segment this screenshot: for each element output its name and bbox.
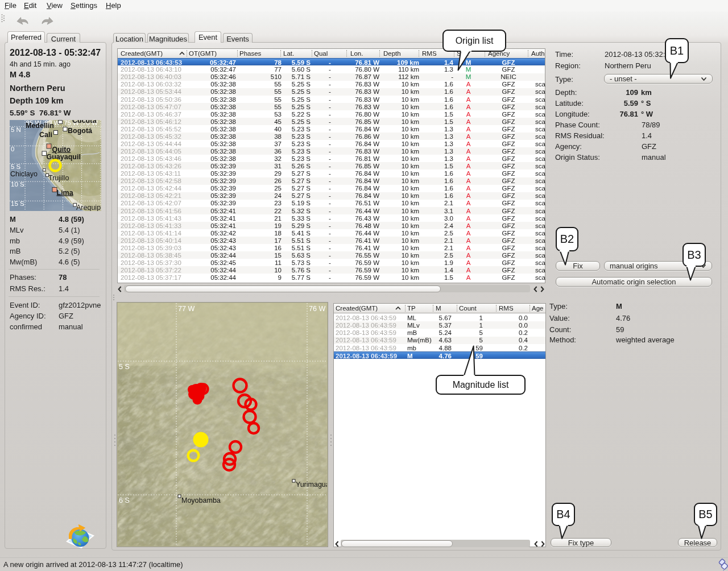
svg-text:5 S: 5 S [119, 363, 130, 371]
svg-text:0: 0 [11, 146, 14, 152]
svg-text:5 N: 5 N [11, 126, 21, 133]
svg-text:Chiclayo: Chiclayo [10, 170, 38, 178]
svg-text:10 S: 10 S [11, 181, 24, 188]
svg-text:15 S: 15 S [11, 200, 24, 207]
svg-text:Quito: Quito [52, 146, 71, 154]
svg-text:Guayaquil: Guayaquil [47, 153, 81, 161]
svg-text:Moyobamba: Moyobamba [181, 496, 221, 504]
svg-text:5 S: 5 S [11, 163, 21, 170]
svg-text:Cucuta: Cucuta [72, 120, 97, 125]
svg-text:Yurimagua: Yurimagua [296, 481, 327, 489]
svg-text:Bogotá: Bogotá [68, 127, 92, 135]
svg-text:77 W: 77 W [178, 305, 195, 313]
svg-text:Trujillo: Trujillo [48, 174, 69, 182]
svg-text:6 S: 6 S [119, 496, 130, 504]
svg-text:Cali: Cali [39, 131, 52, 139]
svg-text:Arequip.: Arequip. [76, 204, 101, 212]
svg-text:Medellin: Medellin [26, 122, 54, 130]
svg-text:Lima: Lima [57, 189, 74, 197]
svg-text:76 W: 76 W [309, 305, 325, 313]
